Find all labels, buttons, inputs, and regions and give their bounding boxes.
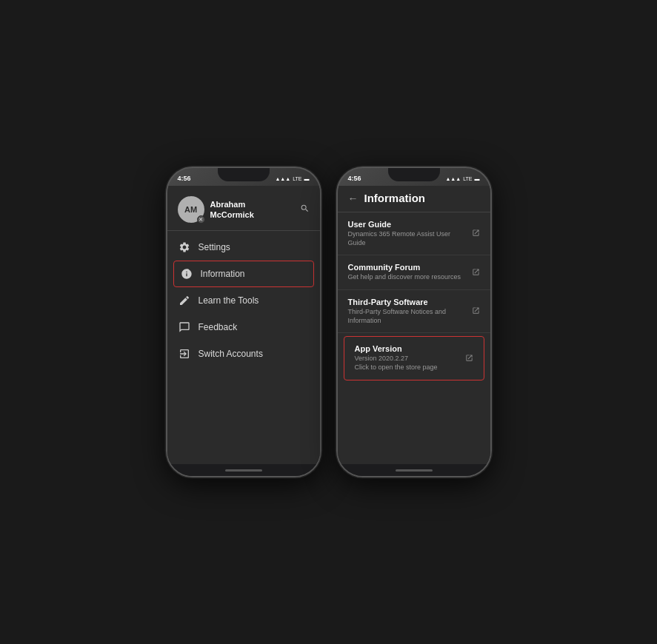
user-name-line2: McCormick <box>210 209 254 220</box>
external-link-icon-app-version <box>465 354 473 363</box>
info-item-community-forum[interactable]: Community Forum Get help and discover mo… <box>338 255 490 290</box>
community-forum-subtitle: Get help and discover more resources <box>348 273 466 282</box>
left-phone: 4:56 ▲▲▲ LTE ▬ AM ✕ Abraham McCormick <box>166 167 321 477</box>
signal-icon-right: ▲▲▲ <box>445 176 461 181</box>
avatar-area: AM ✕ Abraham McCormick <box>178 196 254 223</box>
notch-right <box>388 168 440 181</box>
status-icons-left: ▲▲▲ LTE ▬ <box>275 176 309 181</box>
app-version-subtitle-2: Click to open the store page <box>355 363 459 372</box>
menu-screen: AM ✕ Abraham McCormick <box>167 186 320 464</box>
avatar-initials: AM <box>184 205 197 214</box>
learn-tools-label: Learn the Tools <box>199 295 259 306</box>
third-party-subtitle: Third-Party Software Notices and Informa… <box>348 308 466 325</box>
info-item-app-version[interactable]: App Version Version 2020.2.27 Click to o… <box>344 336 484 380</box>
info-item-user-guide[interactable]: User Guide Dynamics 365 Remote Assist Us… <box>338 212 490 255</box>
app-version-text: App Version Version 2020.2.27 Click to o… <box>355 344 459 372</box>
user-guide-title: User Guide <box>348 220 466 229</box>
external-link-icon-user-guide <box>472 229 480 238</box>
info-page-title: Information <box>364 192 426 204</box>
info-icon <box>180 267 193 281</box>
switch-accounts-label: Switch Accounts <box>199 349 263 359</box>
status-time-left: 4:56 <box>178 175 191 182</box>
user-guide-text: User Guide Dynamics 365 Remote Assist Us… <box>348 220 466 247</box>
settings-label: Settings <box>199 242 230 252</box>
avatar-badge: ✕ <box>197 215 205 224</box>
right-phone: 4:56 ▲▲▲ LTE ▬ ← Information User Guide … <box>336 167 492 477</box>
gear-icon <box>178 241 191 254</box>
menu-item-information[interactable]: Information <box>173 261 314 287</box>
avatar: AM ✕ <box>178 196 204 223</box>
search-button[interactable] <box>300 204 310 215</box>
user-name-line1: Abraham <box>210 199 254 209</box>
status-icons-right: ▲▲▲ LTE ▬ <box>445 176 479 181</box>
external-link-icon-community <box>472 268 480 278</box>
user-name: Abraham McCormick <box>210 199 254 221</box>
home-indicator-left <box>167 464 320 476</box>
menu-item-learn-tools[interactable]: Learn the Tools <box>167 287 320 314</box>
notch <box>218 168 270 181</box>
lte-icon-left: LTE <box>293 176 301 181</box>
menu-item-feedback[interactable]: Feedback <box>167 314 320 341</box>
pencil-icon <box>178 294 191 307</box>
community-forum-title: Community Forum <box>348 263 466 272</box>
external-link-icon-third-party <box>472 306 480 316</box>
home-indicator-right <box>338 464 490 476</box>
information-label: Information <box>201 269 245 279</box>
home-bar-left <box>225 469 262 472</box>
back-button[interactable]: ← <box>348 192 358 204</box>
signal-icon-left: ▲▲▲ <box>275 176 290 181</box>
menu-divider <box>167 230 320 231</box>
app-version-subtitle-1: Version 2020.2.27 <box>355 355 459 363</box>
battery-icon-right: ▬ <box>475 176 480 181</box>
community-forum-text: Community Forum Get help and discover mo… <box>348 263 466 282</box>
app-version-title: App Version <box>355 344 459 353</box>
lte-icon-right: LTE <box>463 176 472 181</box>
info-header: ← Information <box>338 186 490 212</box>
feedback-label: Feedback <box>199 322 238 332</box>
info-screen: ← Information User Guide Dynamics 365 Re… <box>338 186 490 464</box>
home-bar-right <box>396 469 433 472</box>
feedback-icon <box>178 321 191 334</box>
info-item-third-party[interactable]: Third-Party Software Third-Party Softwar… <box>338 290 490 333</box>
menu-header: AM ✕ Abraham McCormick <box>167 192 320 230</box>
menu-item-settings[interactable]: Settings <box>167 234 320 261</box>
switch-icon <box>178 347 191 360</box>
third-party-title: Third-Party Software <box>348 298 466 306</box>
info-list: User Guide Dynamics 365 Remote Assist Us… <box>338 212 490 464</box>
user-guide-subtitle: Dynamics 365 Remote Assist User Guide <box>348 230 466 247</box>
battery-icon-left: ▬ <box>304 176 310 181</box>
menu-item-switch-accounts[interactable]: Switch Accounts <box>167 341 320 367</box>
status-time-right: 4:56 <box>348 175 361 182</box>
third-party-text: Third-Party Software Third-Party Softwar… <box>348 298 466 325</box>
